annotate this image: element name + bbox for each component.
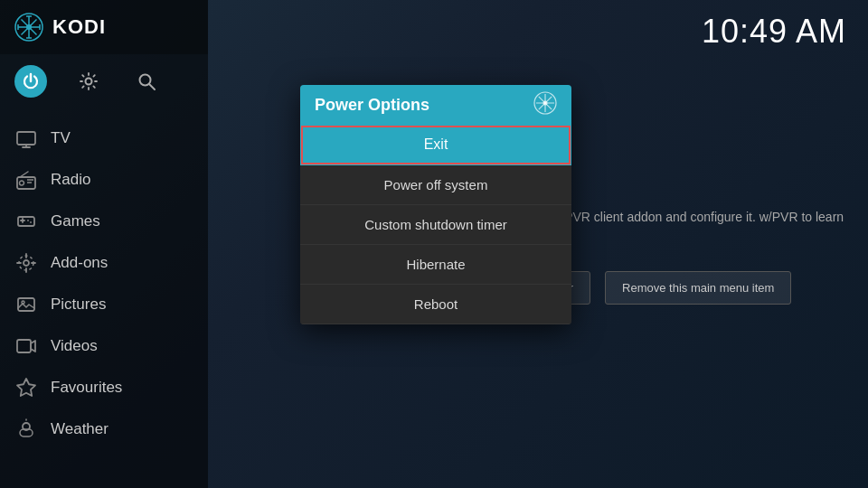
weather-icon (14, 418, 38, 441)
sidebar-item-addons[interactable]: Add-ons (0, 242, 208, 284)
power-options-dialog: Power Options Exit Power off system Cust… (300, 85, 571, 324)
sidebar-header: KODI (0, 0, 208, 54)
svg-rect-13 (17, 132, 35, 145)
sidebar-item-games[interactable]: Games (0, 201, 208, 242)
svg-point-17 (20, 181, 24, 185)
power-off-button[interactable]: Power off system (300, 165, 571, 205)
svg-point-21 (24, 260, 29, 266)
top-icons-row (0, 54, 208, 108)
svg-rect-23 (18, 298, 34, 311)
settings-button[interactable] (72, 65, 105, 98)
videos-icon (14, 334, 38, 358)
sidebar: KODI (0, 0, 208, 488)
nav-items: TV Radio Games (0, 117, 208, 450)
kodi-logo-icon (14, 13, 43, 42)
kodi-wordmark: KODI (52, 15, 106, 39)
custom-shutdown-button[interactable]: Custom shutdown timer (300, 205, 571, 245)
hibernate-button[interactable]: Hibernate (300, 245, 571, 285)
power-button[interactable] (14, 65, 47, 98)
dialog-header: Power Options (300, 85, 571, 125)
svg-line-12 (149, 84, 155, 89)
search-button[interactable] (130, 65, 163, 98)
svg-point-9 (26, 24, 32, 30)
tv-icon (14, 127, 38, 150)
favourites-icon (14, 376, 38, 399)
sidebar-item-tv[interactable]: TV (0, 117, 208, 159)
sidebar-item-games-label: Games (51, 212, 100, 230)
sidebar-item-pictures-label: Pictures (51, 296, 106, 314)
sidebar-item-videos-label: Videos (51, 337, 98, 355)
svg-point-33 (543, 101, 548, 106)
sidebar-item-favourites-label: Favourites (51, 379, 122, 397)
kodi-dialog-logo (533, 91, 557, 118)
sidebar-item-videos[interactable]: Videos (0, 325, 208, 367)
dialog-body: Exit Power off system Custom shutdown ti… (300, 125, 571, 324)
reboot-button[interactable]: Reboot (300, 285, 571, 324)
sidebar-item-favourites[interactable]: Favourites (0, 367, 208, 408)
addons-icon (14, 251, 38, 275)
radio-icon (14, 168, 38, 192)
sidebar-item-radio-label: Radio (51, 171, 90, 189)
sidebar-item-tv-label: TV (51, 129, 71, 147)
games-icon (14, 210, 38, 233)
svg-point-10 (86, 79, 92, 85)
sidebar-item-weather-label: Weather (51, 420, 108, 438)
sidebar-item-weather[interactable]: Weather (0, 408, 208, 450)
sidebar-item-pictures[interactable]: Pictures (0, 284, 208, 325)
sidebar-item-addons-label: Add-ons (51, 254, 108, 272)
pictures-icon (14, 293, 38, 316)
svg-rect-25 (17, 340, 31, 352)
exit-button[interactable]: Exit (300, 125, 571, 165)
remove-menu-item-button[interactable]: Remove this main menu item (605, 271, 791, 305)
dialog-title: Power Options (315, 96, 429, 115)
sidebar-item-radio[interactable]: Radio (0, 159, 208, 201)
